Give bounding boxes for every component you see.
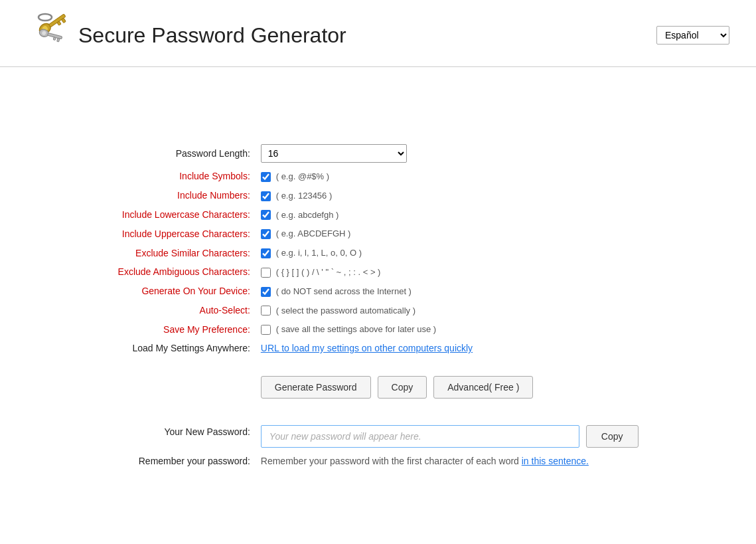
exclude-similar-hint: ( e.g. i, l, 1, L, o, 0, O ) [276, 248, 362, 258]
load-settings-row: Load My Settings Anywhere: URL to load m… [113, 339, 644, 357]
include-numbers-row: Include Numbers: ( e.g. 123456 ) [113, 186, 644, 205]
auto-select-checkbox[interactable] [261, 306, 271, 316]
exclude-ambiguous-label: Exclude Ambiguous Characters: [113, 262, 256, 282]
password-input-row: Copy [261, 425, 639, 448]
load-settings-label: Load My Settings Anywhere: [113, 339, 256, 357]
include-uppercase-row: Include Uppercase Characters: ( e.g. ABC… [113, 224, 644, 243]
header: Secure Password Generator Español Englis… [0, 0, 756, 66]
app-title: Secure Password Generator [78, 23, 346, 48]
spacer-row [113, 357, 644, 365]
password-length-select[interactable]: 8 10 12 14 16 18 20 22 24 26 28 30 32 [261, 144, 407, 163]
include-symbols-label: Include Symbols: [113, 167, 256, 186]
remember-control: Remember your password with the first ch… [256, 452, 644, 470]
new-password-row: Your New Password: Copy [113, 412, 644, 452]
header-divider [0, 66, 756, 67]
exclude-ambiguous-row: Exclude Ambiguous Characters: ( { } [ ] … [113, 262, 644, 282]
include-symbols-control: ( e.g. @#$% ) [256, 167, 644, 186]
include-lowercase-hint: ( e.g. abcdefgh ) [276, 210, 339, 220]
svg-rect-3 [61, 18, 66, 23]
include-numbers-label: Include Numbers: [113, 186, 256, 205]
include-lowercase-label: Include Lowercase Characters: [113, 205, 256, 225]
load-settings-link[interactable]: URL to load my settings on other compute… [261, 343, 473, 353]
include-lowercase-row: Include Lowercase Characters: ( e.g. abc… [113, 205, 644, 225]
remember-row: Remember your password: Remember your pa… [113, 452, 644, 470]
keys-icon [27, 12, 66, 58]
remember-link[interactable]: in this sentence. [522, 456, 589, 466]
svg-point-0 [38, 14, 52, 21]
include-numbers-checkbox[interactable] [261, 191, 271, 201]
save-preference-hint: ( save all the settings above for later … [276, 324, 436, 334]
svg-rect-8 [57, 38, 60, 42]
include-lowercase-checkbox[interactable] [261, 210, 271, 220]
svg-rect-9 [53, 37, 56, 41]
include-lowercase-control: ( e.g. abcdefgh ) [256, 205, 644, 225]
remember-label: Remember your password: [113, 452, 256, 470]
action-buttons-row: Generate Password Copy Advanced( Free ) [113, 365, 644, 403]
copy-password-button[interactable]: Copy [586, 425, 639, 448]
password-length-row: Password Length: 8 10 12 14 16 18 20 22 … [113, 140, 644, 167]
advanced-button[interactable]: Advanced( Free ) [433, 376, 533, 399]
generate-on-device-label: Generate On Your Device: [113, 282, 256, 301]
language-select[interactable]: Español English Français Deutsch Italian… [656, 26, 729, 45]
settings-form: Password Length: 8 10 12 14 16 18 20 22 … [113, 140, 644, 470]
generate-on-device-checkbox[interactable] [261, 287, 271, 297]
include-numbers-hint: ( e.g. 123456 ) [276, 191, 333, 201]
auto-select-label: Auto-Select: [113, 301, 256, 320]
generate-on-device-row: Generate On Your Device: ( do NOT send a… [113, 282, 644, 301]
save-preference-row: Save My Preference: ( save all the setti… [113, 319, 644, 339]
save-preference-control: ( save all the settings above for later … [256, 319, 644, 339]
include-uppercase-control: ( e.g. ABCDEFGH ) [256, 224, 644, 243]
header-left: Secure Password Generator [27, 12, 346, 58]
exclude-similar-label: Exclude Similar Characters: [113, 243, 256, 262]
password-length-label: Password Length: [113, 140, 256, 167]
save-preference-checkbox[interactable] [261, 325, 271, 335]
auto-select-control: ( select the password automatically ) [256, 301, 644, 320]
spacer-row-2 [113, 403, 644, 412]
exclude-ambiguous-checkbox[interactable] [261, 268, 271, 278]
exclude-similar-row: Exclude Similar Characters: ( e.g. i, l,… [113, 243, 644, 262]
save-preference-label: Save My Preference: [113, 319, 256, 339]
include-uppercase-label: Include Uppercase Characters: [113, 224, 256, 243]
new-password-control: Copy [256, 412, 644, 452]
include-symbols-row: Include Symbols: ( e.g. @#$% ) [113, 167, 644, 186]
auto-select-hint: ( select the password automatically ) [276, 306, 416, 316]
auto-select-row: Auto-Select: ( select the password autom… [113, 301, 644, 320]
generate-on-device-control: ( do NOT send across the Internet ) [256, 282, 644, 301]
exclude-ambiguous-control: ( { } [ ] ( ) / \ ' " ` ~ , ; : . < > ) [256, 262, 644, 282]
include-symbols-checkbox[interactable] [261, 172, 271, 182]
include-symbols-hint: ( e.g. @#$% ) [276, 171, 329, 181]
password-length-control: 8 10 12 14 16 18 20 22 24 26 28 30 32 [256, 140, 644, 167]
include-numbers-control: ( e.g. 123456 ) [256, 186, 644, 205]
action-buttons-cell: Generate Password Copy Advanced( Free ) [256, 365, 644, 403]
main-content: Password Length: 8 10 12 14 16 18 20 22 … [0, 87, 756, 497]
new-password-input[interactable] [261, 425, 579, 448]
generate-on-device-hint: ( do NOT send across the Internet ) [276, 286, 412, 296]
load-settings-control: URL to load my settings on other compute… [256, 339, 644, 357]
exclude-similar-control: ( e.g. i, l, 1, L, o, 0, O ) [256, 243, 644, 262]
include-uppercase-checkbox[interactable] [261, 229, 271, 239]
exclude-ambiguous-hint: ( { } [ ] ( ) / \ ' " ` ~ , ; : . < > ) [276, 267, 381, 277]
new-password-label: Your New Password: [113, 412, 256, 452]
generate-password-button[interactable]: Generate Password [261, 376, 371, 399]
action-button-row: Generate Password Copy Advanced( Free ) [261, 376, 639, 399]
include-uppercase-hint: ( e.g. ABCDEFGH ) [276, 228, 351, 238]
exclude-similar-checkbox[interactable] [261, 248, 271, 258]
copy-settings-button[interactable]: Copy [378, 376, 427, 399]
remember-text: Remember your password with the first ch… [261, 456, 522, 466]
